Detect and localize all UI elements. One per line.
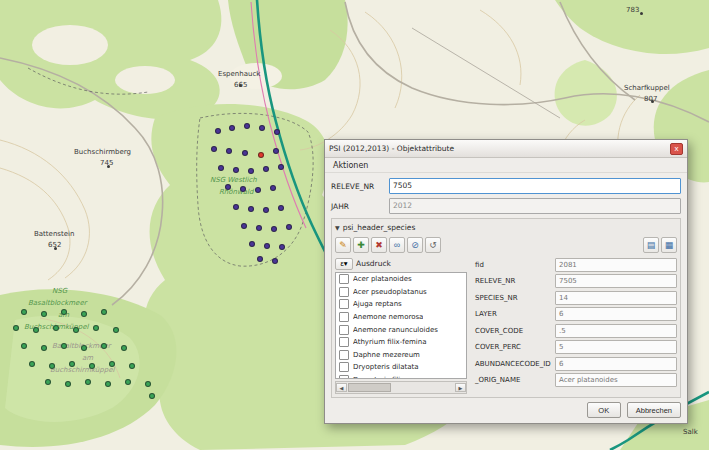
species-list-item[interactable]: Dryopteris dilatata <box>336 361 466 374</box>
form-field-label: fid <box>475 261 555 269</box>
scroll-track[interactable] <box>347 383 455 392</box>
species-list-item[interactable]: Anemone nemorosa <box>336 311 466 324</box>
species-list[interactable]: Acer platanoidesAcer pseudoplatanusAjuga… <box>335 272 467 379</box>
relation-view-toggles: ▤▦ <box>643 237 677 253</box>
form-field-label: RELEVE_NR <box>475 277 555 285</box>
menu-aktionen[interactable]: Aktionen <box>331 161 370 170</box>
form-field-label: _ORIG_NAME <box>475 376 555 384</box>
species-checkbox[interactable] <box>339 325 349 335</box>
unlink-feature-icon: ⊘ <box>411 240 419 250</box>
form-view-button[interactable]: ▤ <box>643 237 659 253</box>
species-list-item[interactable]: Acer platanoides <box>336 273 466 286</box>
link-feature-button[interactable]: ∞ <box>389 237 405 253</box>
field-row-jahr: JAHR 2012 <box>331 198 681 214</box>
dialog-menubar: Aktionen <box>325 158 687 173</box>
form-field-row: COVER_PERC5 <box>475 341 677 354</box>
caret-down-icon: ▾ <box>344 259 348 268</box>
toggle-editing-button[interactable]: ✎ <box>335 237 351 253</box>
attribute-dialog: PSI (2012,2013) - Objektattribute x Akti… <box>324 139 688 424</box>
add-feature-button[interactable]: ✚ <box>353 237 369 253</box>
form-field-row: RELEVE_NR7505 <box>475 275 677 288</box>
species-label: Acer pseudoplatanus <box>353 288 427 296</box>
dialog-footer: OK Abbrechen <box>331 402 681 419</box>
species-list-item[interactable]: Acer pseudoplatanus <box>336 286 466 299</box>
zoom-to-feature-button[interactable]: ↺ <box>425 237 441 253</box>
jahr-input[interactable]: 2012 <box>389 198 681 214</box>
cancel-button[interactable]: Abbrechen <box>627 402 681 418</box>
feature-list-panel: ε▾ Ausdruck Acer platanoidesAcer pseudop… <box>335 257 467 394</box>
form-field-input[interactable]: 5 <box>555 340 677 354</box>
form-field-input[interactable]: .5 <box>555 324 677 338</box>
form-field-input[interactable]: 6 <box>555 357 677 371</box>
species-list-item[interactable]: Ajuga reptans <box>336 298 466 311</box>
species-checkbox[interactable] <box>339 362 349 372</box>
species-label: Dryopteris filix-mas <box>353 376 422 379</box>
link-feature-icon: ∞ <box>394 240 400 250</box>
species-checkbox[interactable] <box>339 274 349 284</box>
close-button[interactable]: x <box>670 143 683 155</box>
form-field-row: _ORIG_NAMEAcer platanoides <box>475 374 677 387</box>
species-list-item[interactable]: Dryopteris filix-mas <box>336 374 466 379</box>
species-label: Dryopteris dilatata <box>353 363 419 371</box>
form-field-row: LAYER6 <box>475 308 677 321</box>
form-field-input[interactable]: 6 <box>555 307 677 321</box>
scroll-thumb[interactable] <box>348 383 391 392</box>
delete-feature-icon: ✖ <box>375 240 383 250</box>
expression-label: Ausdruck <box>356 259 391 268</box>
species-checkbox[interactable] <box>339 350 349 360</box>
form-field-row: ABUNDANCECODE_ID6 <box>475 357 677 370</box>
species-checkbox[interactable] <box>339 337 349 347</box>
relation-form: fid2081RELEVE_NR7505SPECIES_NR14LAYER6CO… <box>475 257 677 394</box>
relation-content: ε▾ Ausdruck Acer platanoidesAcer pseudop… <box>335 257 677 394</box>
dialog-title: PSI (2012,2013) - Objektattribute <box>329 144 454 153</box>
form-field-input[interactable]: 14 <box>555 291 677 305</box>
form-field-row: SPECIES_NR14 <box>475 291 677 304</box>
relation-widget: ▼ psi_header_species ✎✚✖∞⊘↺ ▤▦ ε▾ Ausdru… <box>331 218 681 398</box>
releve-nr-input[interactable]: 7505 <box>389 178 681 194</box>
species-label: Anemone nemorosa <box>353 313 423 321</box>
relation-header[interactable]: ▼ psi_header_species <box>335 221 677 233</box>
jahr-label: JAHR <box>331 202 389 211</box>
form-field-label: LAYER <box>475 310 555 318</box>
species-label: Athyrium filix-femina <box>353 338 427 346</box>
species-label: Daphne mezereum <box>353 351 420 359</box>
table-view-icon: ▦ <box>665 240 674 250</box>
dialog-titlebar[interactable]: PSI (2012,2013) - Objektattribute x <box>325 140 687 158</box>
zoom-to-feature-icon: ↺ <box>429 240 437 250</box>
scroll-left-icon[interactable]: ◀ <box>336 383 347 392</box>
relation-title: psi_header_species <box>343 223 416 232</box>
species-label: Anemone ranunculoides <box>353 326 438 334</box>
relation-toolbar: ✎✚✖∞⊘↺ ▤▦ <box>335 235 677 254</box>
relation-toolbar-left: ✎✚✖∞⊘↺ <box>335 237 441 253</box>
form-field-row: COVER_CODE.5 <box>475 324 677 337</box>
form-field-label: COVER_CODE <box>475 327 555 335</box>
species-list-hscrollbar[interactable]: ◀ ▶ <box>335 381 467 394</box>
unlink-feature-button[interactable]: ⊘ <box>407 237 423 253</box>
species-label: Acer platanoides <box>353 275 412 283</box>
ok-button[interactable]: OK <box>587 402 621 418</box>
application-window: 783Espenhauck665Scharfkuppel807Buchschir… <box>0 0 709 450</box>
form-field-label: ABUNDANCECODE_ID <box>475 360 555 368</box>
releve-nr-label: RELEVE_NR <box>331 182 389 191</box>
form-field-label: SPECIES_NR <box>475 294 555 302</box>
species-list-item[interactable]: Athyrium filix-femina <box>336 336 466 349</box>
field-row-releve-nr: RELEVE_NR 7505 <box>331 178 681 194</box>
expression-bar: ε▾ Ausdruck <box>335 257 467 270</box>
form-field-label: COVER_PERC <box>475 343 555 351</box>
form-view-icon: ▤ <box>647 240 656 250</box>
collapse-triangle-icon[interactable]: ▼ <box>335 224 340 231</box>
species-checkbox[interactable] <box>339 299 349 309</box>
species-list-item[interactable]: Anemone ranunculoides <box>336 323 466 336</box>
species-checkbox[interactable] <box>339 375 349 379</box>
delete-feature-button[interactable]: ✖ <box>371 237 387 253</box>
toggle-editing-icon: ✎ <box>339 240 347 250</box>
expression-filter-button[interactable]: ε▾ <box>335 258 353 270</box>
form-field-input[interactable]: Acer platanoides <box>555 373 677 387</box>
scroll-right-icon[interactable]: ▶ <box>455 383 466 392</box>
species-checkbox[interactable] <box>339 312 349 322</box>
table-view-button[interactable]: ▦ <box>661 237 677 253</box>
species-list-item[interactable]: Daphne mezereum <box>336 349 466 362</box>
form-field-input[interactable]: 2081 <box>555 258 677 272</box>
form-field-input[interactable]: 7505 <box>555 274 677 288</box>
species-checkbox[interactable] <box>339 287 349 297</box>
